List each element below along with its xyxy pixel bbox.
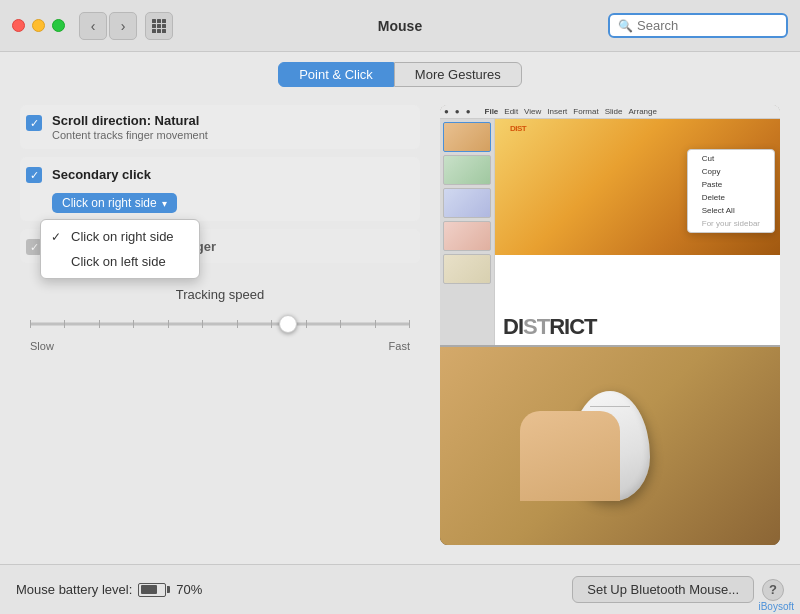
mouse-hand-area [440,347,780,545]
slide-thumb-1 [443,122,491,152]
bottom-right: Set Up Bluetooth Mouse... ? [572,576,784,603]
ctx-sidebar: For your sidebar [688,217,774,230]
check-icon: ✓ [30,118,39,129]
battery-icon [138,583,170,597]
slider-labels: Slow Fast [30,340,410,352]
scroll-sublabel: Content tracks finger movement [52,129,208,141]
slide-thumb-4 [443,221,491,251]
tracking-label: Tracking speed [30,287,410,302]
check-icon-2: ✓ [30,170,39,181]
slide-thumb-2 [443,155,491,185]
scroll-text-block: Scroll direction: Natural Content tracks… [52,113,208,141]
dropdown-option-2: Click on left side [71,254,166,269]
secondary-click-row: ✓ Secondary click Click on right side ▾ … [20,157,420,221]
titlebar: ‹ › Mouse 🔍 [0,0,800,52]
ctx-delete: Delete [688,191,774,204]
dropdown-menu: ✓ Click on right side Click on left side [40,219,200,279]
ctx-paste: Paste [688,178,774,191]
battery-percent: 70% [176,582,202,597]
secondary-label: Secondary click [52,167,151,182]
preview-image: ●●● File EditViewInsertFormatSlideArrang… [440,105,780,545]
search-box[interactable]: 🔍 [608,13,788,38]
slide-thumb-5 [443,254,491,284]
screen-main-area: DIST Cut Copy Paste Delete Select All Fo… [495,119,780,345]
close-button[interactable] [12,19,25,32]
secondary-checkbox[interactable]: ✓ [26,167,42,183]
traffic-lights [12,19,65,32]
scroll-checkbox[interactable]: ✓ [26,115,42,131]
scroll-label: Scroll direction: Natural [52,113,208,128]
secondary-click-inner: ✓ Secondary click [26,165,414,183]
grid-button[interactable] [145,12,173,40]
help-button[interactable]: ? [762,579,784,601]
slow-label: Slow [30,340,54,352]
left-panel: ✓ Scroll direction: Natural Content trac… [20,105,420,545]
grid-icon [152,19,166,33]
battery-section: Mouse battery level: 70% [16,582,202,597]
maximize-button[interactable] [52,19,65,32]
screen-sidebar [440,119,495,345]
forward-button[interactable]: › [109,12,137,40]
main-content: ✓ Scroll direction: Natural Content trac… [0,95,800,555]
tracking-slider[interactable] [30,312,410,336]
bottom-bar: Mouse battery level: 70% Set Up Bluetoot… [0,564,800,614]
window-title: Mouse [378,18,422,34]
secondary-click-dropdown[interactable]: Click on right side ▾ [52,193,177,213]
no-check-mark [51,255,65,269]
battery-body [138,583,166,597]
ctx-select-all: Select All [688,204,774,217]
tab-point-click[interactable]: Point & Click [278,62,394,87]
search-input[interactable] [637,18,778,33]
tab-more-gestures[interactable]: More Gestures [394,62,522,87]
back-button[interactable]: ‹ [79,12,107,40]
battery-tip [167,586,170,593]
battery-label: Mouse battery level: [16,582,132,597]
nav-buttons: ‹ › [79,12,137,40]
check-mark-icon: ✓ [51,230,65,244]
scroll-direction-row: ✓ Scroll direction: Natural Content trac… [20,105,420,149]
minimize-button[interactable] [32,19,45,32]
ctx-copy: Copy [688,165,774,178]
battery-fill [141,585,157,594]
slide-thumb-3 [443,188,491,218]
fast-label: Fast [389,340,410,352]
tab-bar: Point & Click More Gestures [0,52,800,95]
context-menu: Cut Copy Paste Delete Select All For you… [687,149,775,233]
dropdown-item-right[interactable]: ✓ Click on right side [41,224,199,249]
district-text: DISTRICT [503,314,596,340]
screen-content: DIST Cut Copy Paste Delete Select All Fo… [440,119,780,345]
slider-thumb[interactable] [279,315,297,333]
iboysoft-credit: iBoysoft [758,601,794,612]
search-icon: 🔍 [618,19,633,33]
check-icon-3: ✓ [30,242,39,253]
hand-shape [520,411,620,501]
setup-bluetooth-button[interactable]: Set Up Bluetooth Mouse... [572,576,754,603]
chevron-down-icon: ▾ [162,198,167,209]
slider-ticks [30,320,410,328]
preview-panel: ●●● File EditViewInsertFormatSlideArrang… [440,105,780,545]
ctx-cut: Cut [688,152,774,165]
screen-menubar: ●●● File EditViewInsertFormatSlideArrang… [440,105,780,119]
dropdown-item-left[interactable]: Click on left side [41,249,199,274]
tracking-section: Tracking speed Slow Fast [20,287,420,352]
dropdown-option-1: Click on right side [71,229,174,244]
dropdown-label: Click on right side [62,196,157,210]
screen-simulation: ●●● File EditViewInsertFormatSlideArrang… [440,105,780,347]
